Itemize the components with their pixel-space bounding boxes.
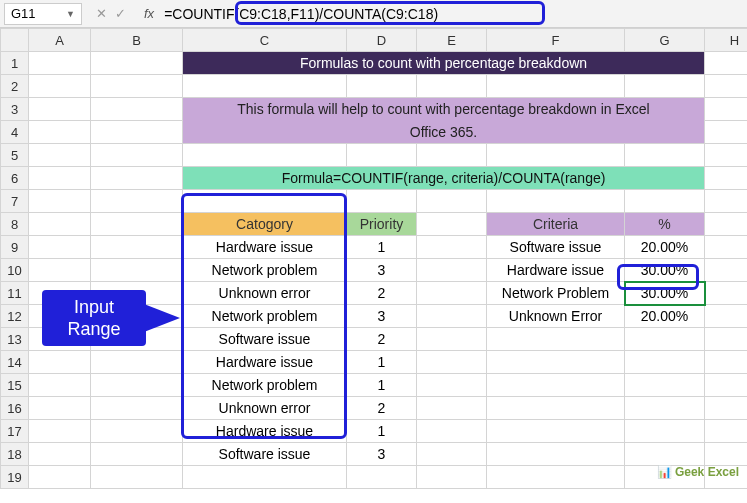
cell[interactable]: Network problem [183,374,347,397]
cell[interactable]: 1 [347,374,417,397]
subtitle-cell[interactable]: Office 365. [183,121,705,144]
cell[interactable]: Hardware issue [183,351,347,374]
chevron-down-icon[interactable]: ▼ [66,9,75,19]
cell[interactable]: 1 [347,351,417,374]
name-box[interactable]: G11 ▼ [4,3,82,25]
col-header[interactable]: B [91,29,183,52]
accept-icon[interactable]: ✓ [115,6,126,21]
cell[interactable]: 3 [347,259,417,282]
cell[interactable]: 20.00% [625,236,705,259]
col-header[interactable]: C [183,29,347,52]
cell[interactable]: Network problem [183,305,347,328]
row-header[interactable]: 18 [1,443,29,466]
col-header[interactable]: H [705,29,748,52]
row-header[interactable]: 11 [1,282,29,305]
col-header[interactable]: E [417,29,487,52]
input-range-callout: Input Range [42,290,146,346]
row-header[interactable]: 17 [1,420,29,443]
header-criteria[interactable]: Criteria [487,213,625,236]
header-category[interactable]: Catogory [183,213,347,236]
cell[interactable]: 3 [347,305,417,328]
cell[interactable]: Software issue [183,443,347,466]
cell[interactable]: Network problem [183,259,347,282]
column-headers: A B C D E F G H [1,29,748,52]
col-header[interactable]: F [487,29,625,52]
cell[interactable]: 3 [347,443,417,466]
cell[interactable]: Software issue [487,236,625,259]
callout-line1: Input [46,296,142,318]
row-header[interactable]: 16 [1,397,29,420]
name-box-value: G11 [11,6,36,21]
row-header[interactable]: 19 [1,466,29,489]
select-all-corner[interactable] [1,29,29,52]
cell[interactable]: Software issue [183,328,347,351]
row-header[interactable]: 5 [1,144,29,167]
cell[interactable]: 1 [347,420,417,443]
cell[interactable]: Unknown Error [487,305,625,328]
title-cell[interactable]: Formulas to count with percentage breakd… [183,52,705,75]
cancel-icon[interactable]: ✕ [96,6,107,21]
cell[interactable]: 1 [347,236,417,259]
cell[interactable]: Hardware issue [183,420,347,443]
row-header[interactable]: 12 [1,305,29,328]
formula-bar-icons: ✕ ✓ fx [96,6,160,21]
row-header[interactable]: 8 [1,213,29,236]
row-header[interactable]: 14 [1,351,29,374]
col-header[interactable]: D [347,29,417,52]
cell[interactable]: 2 [347,397,417,420]
cell[interactable]: 20.00% [625,305,705,328]
row-header[interactable]: 6 [1,167,29,190]
cell[interactable]: 30.00% [625,259,705,282]
subtitle-cell[interactable]: This formula will help to count with per… [183,98,705,121]
row-header[interactable]: 1 [1,52,29,75]
active-cell[interactable]: 30.00% [625,282,705,305]
cell[interactable]: Hardware issue [487,259,625,282]
row-header[interactable]: 9 [1,236,29,259]
row-header[interactable]: 2 [1,75,29,98]
watermark: 📊 Geek Excel [657,465,739,479]
row-header[interactable]: 3 [1,98,29,121]
header-priority[interactable]: Priority [347,213,417,236]
formula-input[interactable] [160,3,747,25]
callout-line2: Range [46,318,142,340]
spreadsheet-grid[interactable]: A B C D E F G H 1Formulas to count with … [0,28,747,489]
header-percent[interactable]: % [625,213,705,236]
row-header[interactable]: 10 [1,259,29,282]
formula-bar: G11 ▼ ✕ ✓ fx [0,0,747,28]
cell[interactable]: 2 [347,328,417,351]
fx-icon[interactable]: fx [144,6,154,21]
col-header[interactable]: A [29,29,91,52]
row-header[interactable]: 7 [1,190,29,213]
cell[interactable]: Network Problem [487,282,625,305]
row-header[interactable]: 15 [1,374,29,397]
row-header[interactable]: 4 [1,121,29,144]
col-header[interactable]: G [625,29,705,52]
cell[interactable]: Unknown error [183,397,347,420]
cell[interactable]: Unknown error [183,282,347,305]
cell[interactable]: Hardware issue [183,236,347,259]
formula-text-cell[interactable]: Formula=COUNTIF(range, criteria)/COUNTA(… [183,167,705,190]
cell[interactable]: 2 [347,282,417,305]
row-header[interactable]: 13 [1,328,29,351]
